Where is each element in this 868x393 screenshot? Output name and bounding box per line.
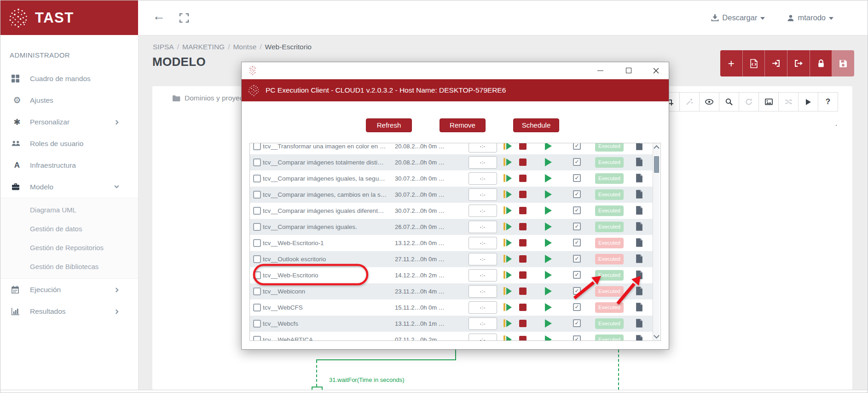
sidebar-item-resultados[interactable]: Resultados <box>0 300 138 322</box>
stop-icon[interactable] <box>519 207 527 214</box>
row-checkbox[interactable] <box>253 271 261 279</box>
play-icon[interactable] <box>545 190 552 199</box>
help-tool-button[interactable]: ? <box>818 92 838 111</box>
row-checkbox-checked[interactable]: ✓ <box>573 287 581 295</box>
user-menu[interactable]: mtarodo <box>787 13 833 22</box>
refresh-button[interactable]: Refresh <box>366 118 412 132</box>
row-checkbox[interactable] <box>253 239 261 247</box>
diagram-node[interactable] <box>312 387 323 390</box>
step-play-icon[interactable] <box>503 143 512 150</box>
step-play-icon[interactable] <box>503 223 512 230</box>
eye-tool-button[interactable] <box>699 92 719 111</box>
magic-wand-tool-button[interactable] <box>679 92 700 111</box>
submenu-item-diagrama-uml[interactable]: Diagrama UML <box>0 200 138 219</box>
stop-icon[interactable] <box>519 255 527 263</box>
step-play-icon[interactable] <box>503 271 512 279</box>
time-input[interactable]: -:- <box>469 156 497 169</box>
file-icon[interactable] <box>636 174 643 182</box>
stop-icon[interactable] <box>519 304 527 311</box>
row-checkbox-checked[interactable]: ✓ <box>573 190 581 198</box>
play-icon[interactable] <box>545 223 552 231</box>
play-icon[interactable] <box>545 158 552 166</box>
play-icon[interactable] <box>545 143 552 150</box>
table-scrollbar[interactable] <box>653 143 660 340</box>
file-icon[interactable] <box>636 143 643 150</box>
sidebar-item-modelo[interactable]: Modelo <box>0 176 138 198</box>
sidebar-item-personalizar[interactable]: ✱ Personalizar <box>0 111 138 133</box>
file-icon[interactable] <box>636 238 643 247</box>
file-icon[interactable] <box>636 319 643 328</box>
stop-icon[interactable] <box>519 175 527 182</box>
breadcrumb-item[interactable]: Montse <box>233 43 256 51</box>
stop-icon[interactable] <box>519 239 527 246</box>
row-checkbox[interactable] <box>253 191 261 199</box>
submenu-item-gestion-de-datos[interactable]: Gestión de datos <box>0 219 138 238</box>
row-checkbox-checked[interactable]: ✓ <box>573 223 581 230</box>
row-checkbox-checked[interactable]: ✓ <box>573 303 581 311</box>
stop-icon[interactable] <box>519 223 527 230</box>
sign-out-button[interactable] <box>787 50 810 76</box>
row-checkbox-checked[interactable]: ✓ <box>573 174 581 182</box>
play-icon[interactable] <box>545 255 552 263</box>
row-checkbox-checked[interactable]: ✓ <box>573 271 581 279</box>
schedule-button[interactable]: Schedule <box>513 118 559 132</box>
step-play-icon[interactable] <box>503 319 512 327</box>
sidebar-item-ejecucion[interactable]: Ejecución <box>0 279 138 300</box>
fullscreen-icon[interactable] <box>179 13 189 23</box>
step-play-icon[interactable] <box>503 190 512 198</box>
row-checkbox[interactable] <box>253 255 261 263</box>
stop-icon[interactable] <box>519 336 527 341</box>
row-checkbox[interactable] <box>253 143 261 150</box>
scrollbar-thumb[interactable] <box>654 156 659 173</box>
step-play-icon[interactable] <box>503 287 512 295</box>
time-input[interactable]: -:- <box>469 253 497 265</box>
submenu-item-gestion-de-repositorios[interactable]: Gestión de Repositorios <box>0 238 138 257</box>
play-icon[interactable] <box>545 335 552 341</box>
stop-icon[interactable] <box>519 271 527 279</box>
row-checkbox[interactable] <box>253 207 261 215</box>
time-input[interactable]: -:- <box>469 269 497 282</box>
time-input[interactable]: -:- <box>469 221 497 233</box>
stop-icon[interactable] <box>519 191 527 198</box>
row-checkbox-checked[interactable]: ✓ <box>573 143 581 150</box>
step-play-icon[interactable] <box>503 335 512 341</box>
play-icon[interactable] <box>545 271 552 279</box>
play-icon[interactable] <box>545 174 552 182</box>
stop-icon[interactable] <box>519 158 527 166</box>
stop-icon[interactable] <box>519 287 527 295</box>
time-input[interactable]: -:- <box>469 334 497 341</box>
time-input[interactable]: -:- <box>469 172 497 185</box>
file-icon[interactable] <box>636 287 643 295</box>
add-button[interactable]: + <box>720 50 742 76</box>
refresh-tool-button[interactable] <box>739 92 759 111</box>
file-icon[interactable] <box>636 206 643 215</box>
row-checkbox[interactable] <box>253 287 261 295</box>
sidebar-item-roles-de-usuario[interactable]: Roles de usuario <box>0 133 138 154</box>
scroll-up-icon[interactable] <box>654 145 660 151</box>
row-checkbox-checked[interactable]: ✓ <box>573 319 581 327</box>
breadcrumb-item[interactable]: MARKETING <box>182 43 225 51</box>
step-play-icon[interactable] <box>503 206 512 214</box>
time-input[interactable]: -:- <box>469 188 497 201</box>
back-arrow-icon[interactable]: ← <box>152 9 165 23</box>
sign-in-button[interactable] <box>765 50 787 76</box>
lock-button[interactable] <box>810 50 832 76</box>
sidebar-item-infraestructura[interactable]: A Infraestructura <box>0 154 138 176</box>
file-icon[interactable] <box>636 270 643 279</box>
row-checkbox[interactable] <box>253 336 261 341</box>
image-tool-button[interactable] <box>758 92 779 111</box>
row-checkbox-checked[interactable]: ✓ <box>573 158 581 166</box>
row-checkbox-checked[interactable]: ✓ <box>573 335 581 341</box>
row-checkbox[interactable] <box>253 320 261 328</box>
time-input[interactable]: -:- <box>469 317 497 330</box>
step-play-icon[interactable] <box>503 158 512 166</box>
row-checkbox-checked[interactable]: ✓ <box>573 239 581 246</box>
export-code-button[interactable] <box>743 50 765 76</box>
row-checkbox[interactable] <box>253 223 261 231</box>
sidebar-item-cuadro-de-mandos[interactable]: Cuadro de mandos <box>0 68 138 89</box>
row-checkbox-checked[interactable]: ✓ <box>573 206 581 214</box>
window-title-bar[interactable] <box>242 62 669 79</box>
play-icon[interactable] <box>545 319 552 328</box>
time-input[interactable]: -:- <box>469 285 497 298</box>
download-menu[interactable]: Descargar <box>711 13 765 22</box>
